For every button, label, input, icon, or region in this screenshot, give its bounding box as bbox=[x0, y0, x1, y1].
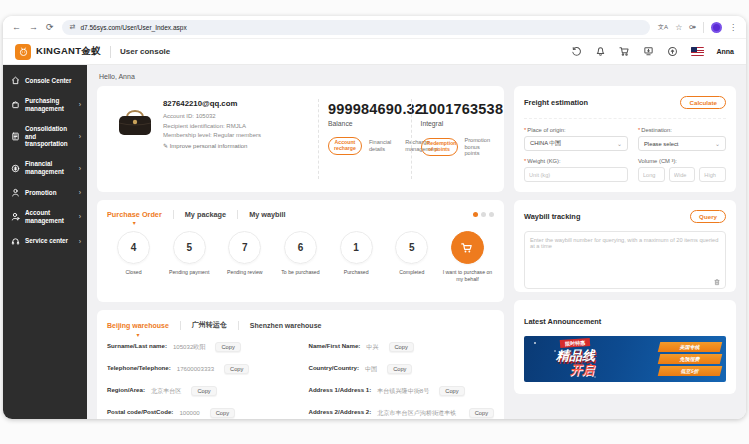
greeting: Hello, Anna bbox=[99, 73, 736, 80]
stat-count: 5 bbox=[173, 231, 206, 264]
purchase-on-behalf-button[interactable]: I want to purchase on my behalf bbox=[441, 231, 494, 282]
copy-button[interactable]: Copy bbox=[387, 364, 412, 374]
waybill-number-textarea[interactable] bbox=[524, 231, 726, 289]
home-icon bbox=[11, 76, 20, 85]
account-email: 827642210@qq.com bbox=[163, 99, 301, 108]
back-icon[interactable]: ← bbox=[12, 22, 21, 32]
sidebar-item-label: Account management bbox=[25, 209, 74, 225]
weight-input[interactable] bbox=[524, 167, 628, 182]
history-icon[interactable] bbox=[571, 46, 582, 57]
query-button[interactable]: Query bbox=[690, 210, 726, 223]
avatar[interactable] bbox=[107, 99, 163, 179]
financial-details-link[interactable]: Financial details bbox=[369, 139, 391, 152]
url-text[interactable]: d7.56sys.com/User/User_Index.aspx bbox=[80, 24, 186, 31]
origin-label-text: Place of origin: bbox=[527, 127, 565, 133]
carousel-dot[interactable] bbox=[481, 212, 486, 217]
stat-purchased[interactable]: 1 Purchased bbox=[330, 231, 383, 282]
improve-profile-link[interactable]: ✎ Improve personal information bbox=[163, 142, 301, 149]
copy-button[interactable]: Copy bbox=[439, 386, 464, 396]
destination-select[interactable]: Please select ⌄ bbox=[638, 136, 726, 151]
notifications-bell-icon[interactable] bbox=[595, 46, 606, 57]
stat-count: 7 bbox=[228, 231, 261, 264]
volume-wide-input[interactable] bbox=[669, 167, 696, 182]
field-label: Telephone/Telephone: bbox=[107, 364, 171, 371]
stat-pending-review[interactable]: 7 Pending review bbox=[218, 231, 271, 282]
tab-beijing-warehouse[interactable]: Beijing warehouse ▾ bbox=[107, 322, 169, 329]
top-up-circle-icon[interactable] bbox=[667, 46, 678, 57]
tab-shenzhen-warehouse[interactable]: Shenzhen warehouse bbox=[250, 322, 322, 329]
carousel-dots bbox=[473, 212, 494, 217]
field-surname: Surname/Last name: 105032欧阳 Copy bbox=[107, 342, 293, 352]
field-value: 17600003333 bbox=[177, 364, 214, 373]
field-label: Address 1/Address 1: bbox=[309, 386, 372, 393]
brand-name[interactable]: KINGANT金蚁 bbox=[36, 45, 101, 58]
forward-icon[interactable]: → bbox=[29, 22, 38, 32]
copy-button[interactable]: Copy bbox=[224, 364, 249, 374]
site-settings-icon[interactable]: ⇄ bbox=[70, 23, 76, 31]
sidebar-item-account-management[interactable]: Account management › bbox=[3, 203, 87, 231]
copy-button[interactable]: Copy bbox=[210, 408, 235, 418]
stat-label: To be purchased bbox=[274, 269, 327, 276]
kingant-logo-icon[interactable] bbox=[15, 44, 31, 60]
stat-completed[interactable]: 5 Completed bbox=[385, 231, 438, 282]
reload-icon[interactable]: ⟳ bbox=[46, 22, 54, 32]
field-value: 中国 bbox=[365, 364, 377, 373]
balance-value: 999984690.32 bbox=[328, 101, 402, 117]
freight-title: Freight estimation bbox=[524, 98, 588, 107]
waybill-title: Waybill tracking bbox=[524, 212, 580, 221]
extensions-icon[interactable]: ⚩ bbox=[689, 23, 696, 32]
username[interactable]: Anna bbox=[717, 48, 735, 55]
field-label: Region/Area: bbox=[107, 386, 145, 393]
translate-icon[interactable]: 文A bbox=[658, 23, 668, 32]
url-bar[interactable]: ⇄ d7.56sys.com/User/User_Index.aspx bbox=[62, 20, 651, 35]
divider bbox=[411, 99, 412, 179]
tab-label: Beijing warehouse bbox=[107, 322, 169, 329]
browser-menu-icon[interactable]: ⋮ bbox=[729, 23, 737, 32]
redemption-of-points-button[interactable]: Redemption of points bbox=[421, 138, 458, 156]
sidebar-item-promotion[interactable]: Promotion › bbox=[3, 182, 87, 203]
copy-button[interactable]: Copy bbox=[389, 342, 414, 352]
cart-icon[interactable] bbox=[619, 46, 630, 57]
carousel-dot[interactable] bbox=[489, 212, 494, 217]
volume-high-input[interactable] bbox=[699, 167, 726, 182]
browser-profile-avatar[interactable] bbox=[711, 22, 722, 33]
destination-label: *Destination: bbox=[638, 127, 726, 133]
tab-purchase-order[interactable]: Purchase Order ▾ bbox=[107, 210, 162, 219]
divider bbox=[703, 22, 704, 33]
sidebar-item-service-center[interactable]: Service center › bbox=[3, 231, 87, 252]
promotion-bonus-points-link[interactable]: Promotion bonus points bbox=[465, 137, 495, 157]
integral-value: 1001763538 bbox=[421, 101, 495, 117]
carousel-dot[interactable] bbox=[473, 212, 478, 217]
pos-terminal-icon[interactable] bbox=[643, 46, 654, 57]
stat-closed[interactable]: 4 Closed bbox=[107, 231, 160, 282]
tab-guangzhou-warehouse[interactable]: 广州转运仓 bbox=[192, 320, 227, 330]
stat-pending-payment[interactable]: 5 Pending payment bbox=[163, 231, 216, 282]
tab-my-waybill[interactable]: My waybill bbox=[249, 210, 286, 219]
stat-count: 6 bbox=[284, 231, 317, 264]
calculate-button[interactable]: Calculate bbox=[680, 96, 726, 109]
banner-decoration bbox=[534, 342, 536, 344]
copy-button[interactable]: Copy bbox=[215, 342, 240, 352]
language-flag-icon[interactable] bbox=[691, 47, 704, 56]
origin-select[interactable]: CHINA 中国 ⌄ bbox=[524, 136, 628, 151]
sidebar-item-purchasing-management[interactable]: Purchasing management › bbox=[3, 91, 87, 119]
chevron-right-icon: › bbox=[79, 189, 81, 196]
field-country: Country/Country: 中国 Copy bbox=[309, 364, 495, 374]
sidebar-item-label: Service center bbox=[25, 237, 74, 245]
bookmark-star-icon[interactable]: ☆ bbox=[675, 23, 682, 32]
origin-value: CHINA 中国 bbox=[530, 139, 561, 148]
copy-button[interactable]: Copy bbox=[191, 386, 216, 396]
recipient-identification: Recipient identification: RMJLA bbox=[163, 123, 301, 129]
sidebar-item-console-center[interactable]: Console Center bbox=[3, 70, 87, 91]
announcement-banner[interactable]: 限时特惠 精品线 开启 美国专线 免预报费 低至5折 bbox=[524, 336, 726, 382]
tab-my-package[interactable]: My package bbox=[185, 210, 226, 219]
banner-ribbon: 美国专线 bbox=[658, 342, 722, 352]
volume-long-input[interactable] bbox=[638, 167, 665, 182]
balance-label: Balance bbox=[328, 120, 402, 127]
sidebar-item-financial-management[interactable]: Financial management › bbox=[3, 154, 87, 182]
account-recharge-button[interactable]: Account recharge bbox=[328, 137, 362, 155]
sidebar-item-consolidation-transportation[interactable]: Consolidation and transportation › bbox=[3, 119, 87, 155]
clear-trash-icon[interactable] bbox=[713, 278, 721, 286]
stat-to-be-purchased[interactable]: 6 To be purchased bbox=[274, 231, 327, 282]
copy-button[interactable]: Copy bbox=[469, 408, 494, 418]
